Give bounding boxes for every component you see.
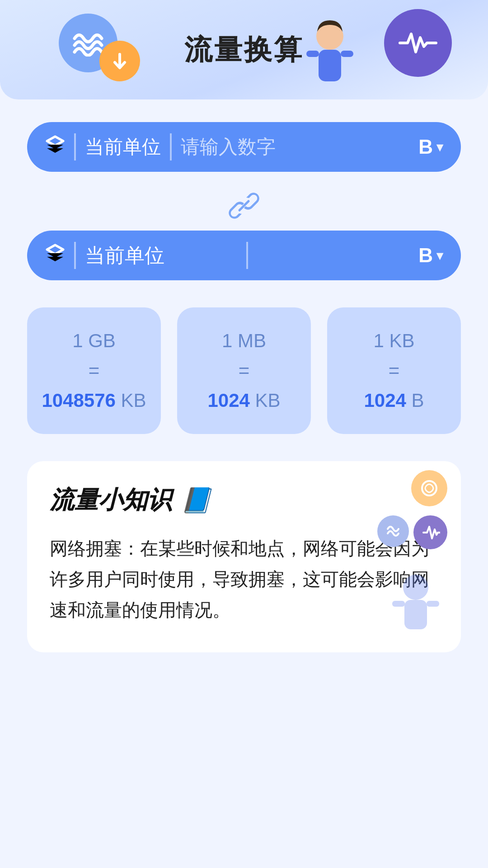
pulse-icon-circle [384,9,452,77]
card-kb-to: 1024 B [364,390,424,411]
knowledge-title-text: 流量小知识 [50,484,172,517]
deco-icons [377,470,447,549]
card-kb-from: 1 KB [373,330,414,352]
output-label: 当前单位 [85,242,237,269]
info-card-gb[interactable]: 1 GB = 1048576 KB [27,307,161,434]
deco-circle-orange [411,470,447,506]
number-input[interactable] [181,136,409,158]
layers-icon-2 [45,243,65,268]
link-icon [226,188,262,224]
card-gb-value: 1048576 [42,390,116,411]
unit-selector-2[interactable]: B ▾ [418,244,443,267]
deco-circle-purple [413,515,447,549]
divider-2b [246,242,248,269]
main-content: 当前单位 B ▾ 当前单位 [0,99,488,689]
chevron-down-icon-1: ▾ [436,140,443,155]
knowledge-section: 流量小知识 📘 网络拥塞：在某些时候和地点，网络可能会因为许多用户同时使用，导致… [27,461,461,652]
divider-1 [74,133,76,160]
info-card-kb[interactable]: 1 KB = 1024 B [327,307,461,434]
input-row-1: 当前单位 B ▾ [27,122,461,172]
card-kb-equals: = [389,360,400,382]
svg-marker-5 [47,245,63,254]
card-mb-value: 1024 [207,390,249,411]
orange-circle [99,41,140,81]
svg-marker-4 [47,137,63,146]
svg-point-6 [422,481,436,495]
unit-label-2: B [418,244,433,267]
card-gb-to: 1048576 KB [42,390,146,411]
deco-circle-blue [377,515,409,547]
divider-1b [170,133,172,160]
card-mb-to: 1024 KB [207,390,280,411]
unit-selector-1[interactable]: B ▾ [418,136,443,158]
card-gb-unit: KB [121,390,146,411]
layers-icon-1 [45,135,65,159]
unit-label-1: B [418,136,433,158]
book-icon: 📘 [181,486,211,514]
card-mb-from: 1 MB [222,330,266,352]
info-card-mb[interactable]: 1 MB = 1024 KB [177,307,311,434]
cards-row: 1 GB = 1048576 KB 1 MB = 1024 KB 1 KB = … [27,307,461,434]
svg-rect-2 [306,51,319,57]
page-title: 流量换算 [184,31,304,69]
svg-rect-3 [341,51,353,57]
chevron-down-icon-2: ▾ [436,248,443,263]
card-kb-unit: B [412,390,424,411]
card-gb-equals: = [89,360,100,382]
card-mb-unit: KB [255,390,281,411]
card-kb-value: 1024 [364,390,406,411]
output-row: 当前单位 B ▾ [27,231,461,280]
card-gb-from: 1 GB [72,330,116,352]
link-row [27,185,461,226]
card-mb-equals: = [239,360,250,382]
divider-2 [74,242,76,269]
header: 流量换算 [0,0,488,99]
svg-rect-1 [319,50,341,81]
input1-label: 当前单位 [85,134,161,160]
